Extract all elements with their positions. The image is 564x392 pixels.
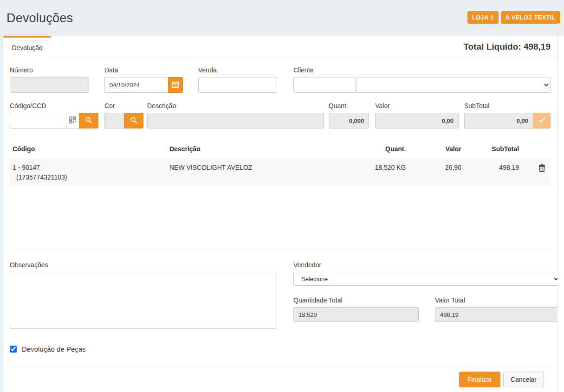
page-header: Devoluções LOJA 1 A VELOZ TEXTIL [0,0,564,36]
valor-total-label: Valor Total [435,296,560,304]
quant-label: Quant. [329,102,369,109]
col-quant: Quant. [344,141,408,158]
details-section: Observações Vendedor Selecione [10,249,551,331]
numero-label: Número [10,66,89,74]
store-badge-loja[interactable]: LOJA 1 [467,11,499,24]
cell-valor: 26,90 [408,158,464,186]
cell-descricao: NEW VISCOLIGHT AVELOZ [167,158,344,186]
delete-item-button[interactable] [536,164,548,174]
quant-field [329,113,369,129]
items-table: Código Descrição Quant. Valor SubTotal 1… [10,141,551,186]
venda-field[interactable] [198,77,277,93]
total-liquido-value: 498,19 [524,42,551,51]
cor-label: Cor [104,102,143,109]
codigo-ccd-field[interactable] [10,113,66,129]
cell-codigo: 1 - 90147 (1735774321103) [10,158,167,186]
page-title: Devoluções [6,11,73,26]
subtotal-field [464,113,533,129]
cliente-code-field[interactable] [293,77,356,93]
descricao-label: Descrição [147,102,324,109]
col-subtotal: SubTotal [464,141,522,158]
devolucao-pecas-row: Devolução de Peças [10,345,551,353]
subtotal-label: SubTotal [464,102,551,109]
devolucoes-page: Devoluções LOJA 1 A VELOZ TEXTIL Devoluç… [0,0,564,392]
observacoes-textarea[interactable] [10,272,277,329]
valor-label: Valor [375,102,459,109]
cor-field [104,113,124,129]
tab-bar-right: Total Líquido: 498,19 [51,36,557,58]
finalizar-button[interactable]: Finalizar [459,372,500,387]
observacoes-label: Observações [10,261,277,269]
codigo-search-button[interactable] [79,113,98,129]
vendedor-label: Vendedor [293,261,560,269]
devolucao-pecas-label: Devolução de Peças [22,345,86,353]
venda-label: Venda [198,66,277,74]
cor-search-button[interactable] [124,113,143,129]
check-icon [538,116,545,125]
total-liquido: Total Líquido: 498,19 [463,42,551,52]
store-badges: LOJA 1 A VELOZ TEXTIL [467,11,560,24]
quantidade-total-field [293,307,419,322]
vendedor-select[interactable]: Selecione [293,272,560,286]
footer-actions: Finalizar Cancelar [10,366,551,392]
confirm-item-button[interactable] [533,113,551,129]
tab-devolucao[interactable]: Devolução [3,36,51,58]
left-gutter [0,36,3,392]
descricao-field [147,113,324,129]
trash-icon [538,167,546,174]
form-row-2: Código/CCD [10,102,551,129]
items-table-header: Código Descrição Quant. Valor SubTotal [10,141,551,158]
search-icon [85,116,92,125]
valor-total-field [435,307,560,322]
col-codigo: Código [10,141,167,158]
form-row-1: Número Data [10,66,551,93]
numero-field [10,77,89,93]
col-descricao: Descrição [167,141,344,158]
tab-bar: Devolução Total Líquido: 498,19 [3,36,557,58]
col-actions [522,141,551,158]
table-row: 1 - 90147 (1735774321103) NEW VISCOLIGHT… [10,158,551,186]
codigo-line1: 1 - 90147 [13,164,164,171]
content-panel: Devolução Total Líquido: 498,19 Número [3,36,558,392]
col-valor: Valor [408,141,464,158]
data-label: Data [104,66,183,74]
cliente-select[interactable] [356,77,551,93]
valor-field [375,113,459,129]
right-gutter [558,36,564,392]
cell-subtotal: 498,19 [464,158,522,186]
barcode-scan-button[interactable] [66,113,79,129]
cancelar-button[interactable]: Cancelar [503,372,544,387]
search-icon [130,116,137,125]
store-badge-company[interactable]: A VELOZ TEXTIL [501,11,560,24]
codigo-line2: (1735774321103) [13,174,164,181]
data-field[interactable] [104,77,168,93]
cell-quant: 18,520 KG [344,158,408,186]
cell-actions [522,158,551,186]
cliente-label: Cliente [293,66,551,74]
devolucao-pecas-checkbox[interactable] [10,346,17,353]
qrcode-icon [69,116,76,125]
codigo-ccd-label: Código/CCD [10,102,98,109]
calendar-button[interactable] [168,77,183,93]
calendar-icon [172,81,179,90]
total-liquido-label: Total Líquido: [463,42,521,51]
quantidade-total-label: Quantidade Total [293,296,419,304]
